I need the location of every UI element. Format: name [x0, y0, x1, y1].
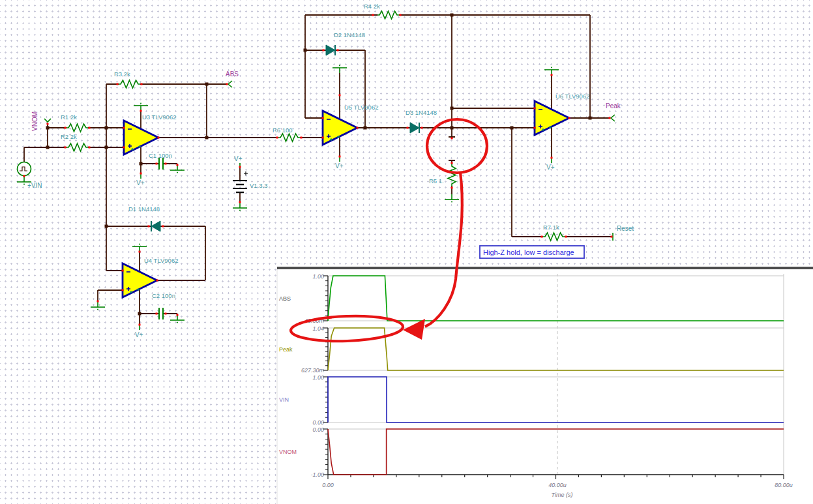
pin-connection-dot — [165, 313, 167, 315]
pin-connection-dot — [156, 163, 158, 165]
pin-connection-dot — [551, 157, 553, 159]
pin-connection-dot — [123, 147, 125, 149]
capacitor-c1[interactable] — [159, 158, 163, 170]
resistor-r1[interactable] — [67, 124, 88, 132]
vplus-u6: V+ — [546, 164, 555, 171]
port-abs[interactable] — [228, 81, 232, 87]
port-vnom[interactable] — [44, 119, 51, 122]
pin-connection-dot — [140, 110, 142, 112]
resistor-r6[interactable] — [278, 134, 300, 141]
panel-label-vin: VIN — [279, 396, 289, 403]
junction-dot — [46, 146, 50, 149]
junction-dot — [451, 126, 454, 130]
pin-connection-dot — [541, 236, 543, 238]
junction-dot — [46, 126, 50, 130]
junction-dot — [510, 126, 514, 130]
pin-connection-dot — [141, 83, 143, 85]
net-label-peak: Peak — [606, 102, 621, 110]
pin-connection-dot — [239, 201, 241, 203]
pin-connection-dot — [357, 127, 359, 129]
pin-connection-dot — [451, 138, 453, 140]
label-r1: R1 2k — [61, 113, 77, 121]
label-u4: U4 TLV9062 — [144, 257, 178, 264]
junction-dot — [138, 312, 141, 316]
net-label-vnom: VNOM — [31, 111, 38, 131]
label-u6: U6 TLV9062 — [555, 93, 589, 100]
junction-dot — [205, 136, 209, 140]
pin-connection-dot — [177, 314, 179, 316]
pin-connection-dot — [551, 74, 553, 76]
net-label-reset: Reset — [617, 225, 634, 232]
pin-connection-dot — [239, 166, 241, 168]
ground-u4-top[interactable] — [132, 244, 147, 252]
ymin-vin: 0.00 — [312, 419, 324, 426]
source-vin[interactable] — [18, 162, 31, 176]
pin-connection-dot — [421, 127, 423, 129]
ground-u4-plus[interactable] — [91, 302, 105, 310]
label-r7: R7 1k — [543, 224, 559, 231]
junction-dot — [205, 83, 209, 86]
wire-peak-node[interactable] — [357, 15, 612, 237]
schematic-editor-canvas: VNOM +VIN R1 2k R2 2k R3 2k R4 2k R5 1. … — [0, 0, 813, 504]
junction-dot — [304, 49, 307, 52]
pin-connection-dot — [451, 187, 453, 189]
annotation-note-text: High-Z hold, low = discharge — [483, 248, 574, 256]
vplus-u4: V+ — [135, 331, 143, 338]
pin-connection-dot — [165, 163, 167, 165]
ground-u6-top[interactable] — [544, 67, 559, 76]
pin-connection-dot — [139, 251, 141, 253]
pin-connection-dot — [372, 14, 374, 16]
junction-dot — [105, 146, 108, 149]
pin-connection-dot — [97, 301, 99, 303]
pin-connection-dot — [322, 137, 324, 139]
x-axis-title: Time (s) — [552, 492, 573, 498]
resistor-r7[interactable] — [543, 233, 565, 241]
ground-v1[interactable] — [233, 203, 247, 211]
label-c1: C1 100n — [149, 152, 172, 159]
pin-connection-dot — [400, 14, 402, 16]
ymax-vin: 1.00 — [312, 374, 324, 381]
ymin-vnom: -1.00 — [310, 471, 324, 478]
resistor-r2[interactable] — [67, 143, 88, 151]
pin-connection-dot — [117, 83, 119, 85]
pin-connection-dot — [89, 147, 91, 149]
resistor-r3[interactable] — [119, 80, 140, 88]
diode-d1[interactable] — [151, 221, 160, 231]
label-v1: V1 3.3 — [250, 182, 267, 189]
ground-c2[interactable] — [170, 315, 185, 323]
capacitor-c2[interactable] — [159, 308, 163, 319]
pin-connection-dot — [162, 226, 164, 228]
ground-r5[interactable] — [445, 194, 459, 203]
pin-connection-dot — [139, 324, 141, 326]
pin-connection-dot — [140, 173, 142, 175]
resistor-r5[interactable] — [448, 164, 456, 186]
wire-u6-pins[interactable] — [552, 15, 610, 158]
pin-connection-dot — [23, 175, 25, 177]
pin-connection-dot — [569, 117, 570, 119]
annotation-note-box[interactable]: High-Z hold, low = discharge — [480, 246, 584, 258]
pin-connection-dot — [301, 137, 303, 139]
label-d3: D3 1N4148 — [406, 109, 437, 116]
ground-c1[interactable] — [170, 165, 185, 173]
label-r4: R4 2k — [364, 3, 380, 10]
pin-connection-dot — [89, 127, 91, 129]
plot-top-border — [277, 267, 813, 269]
label-d1: D1 1N4148 — [128, 205, 160, 213]
port-peak[interactable] — [611, 115, 615, 121]
label-r2: R2 2k — [61, 133, 77, 140]
plot-background — [277, 269, 813, 504]
ground-u3-top[interactable] — [134, 103, 148, 111]
source-label-vin: +VIN — [27, 182, 42, 189]
ymax-abs: 1.00 — [312, 273, 324, 280]
pin-connection-dot — [122, 270, 124, 272]
resistor-r4[interactable] — [377, 11, 399, 19]
junction-dot — [589, 117, 592, 120]
label-u3: U3 TLV9062 — [142, 113, 176, 121]
diode-d3[interactable] — [410, 123, 419, 133]
vplus-v1: V+ — [234, 155, 243, 162]
xtick-80u: 80.00u — [775, 482, 793, 488]
vplus-u5: V+ — [335, 162, 344, 170]
ground-u5-top[interactable] — [333, 65, 347, 74]
diode-d2[interactable] — [326, 45, 335, 55]
pin-connection-dot — [534, 108, 536, 110]
